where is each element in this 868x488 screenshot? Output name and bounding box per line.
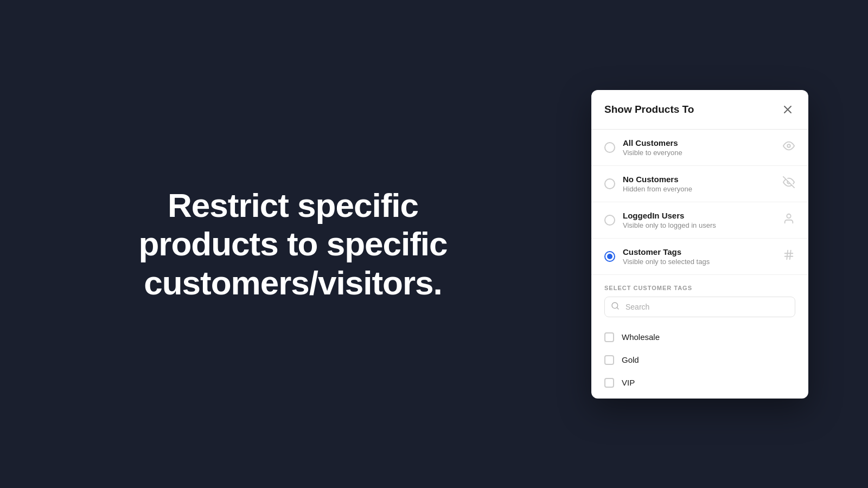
option-all-customers-desc: Visible to everyone [623,149,777,157]
checkbox-vip[interactable] [604,378,614,388]
svg-line-5 [790,251,791,260]
option-tags-desc: Visible only to selected tags [623,258,777,266]
radio-no-customers[interactable] [604,178,615,189]
show-products-modal: Show Products To All Customers Visible t… [591,90,808,399]
tag-row-gold[interactable]: Gold [591,349,808,371]
radio-all-customers[interactable] [604,142,615,153]
search-icon [611,301,620,312]
modal-title: Show Products To [604,104,694,115]
search-wrapper [604,297,795,317]
option-tags-label: Customer Tags [623,247,777,256]
right-panel: Show Products To All Customers Visible t… [586,90,814,399]
user-icon [782,213,795,227]
tag-label-vip: VIP [622,378,635,387]
svg-line-4 [787,251,788,260]
close-icon [783,105,792,114]
search-input[interactable] [604,297,795,317]
option-all-customers[interactable]: All Customers Visible to everyone [591,130,808,166]
left-panel: Restrict specific products to specific c… [0,153,586,335]
option-no-customers[interactable]: No Customers Hidden from everyone [591,166,808,202]
option-loggedin-desc: Visible only to logged in users [623,221,777,229]
radio-loggedin-users[interactable] [604,215,615,226]
eye-off-icon [782,176,795,191]
hero-heading: Restrict specific products to specific c… [138,186,447,302]
eye-icon [782,140,795,155]
option-no-customers-label: No Customers [623,175,777,184]
svg-point-1 [787,214,790,218]
tag-label-gold: Gold [622,355,639,364]
tag-list: Wholesale Gold VIP [591,324,808,399]
option-loggedin-users[interactable]: LoggedIn Users Visible only to logged in… [591,202,808,239]
option-all-customers-text: All Customers Visible to everyone [623,138,777,157]
tag-row-wholesale[interactable]: Wholesale [591,326,808,349]
modal-header: Show Products To [591,90,808,130]
tags-section-label: SELECT CUSTOMER TAGS [591,275,808,297]
modal-body: All Customers Visible to everyone No Cus… [591,130,808,399]
svg-point-0 [787,144,790,147]
option-no-customers-desc: Hidden from everyone [623,185,777,193]
tag-label-wholesale: Wholesale [622,332,660,342]
tag-row-vip[interactable]: VIP [591,371,808,394]
option-all-customers-label: All Customers [623,138,777,147]
option-loggedin-label: LoggedIn Users [623,211,777,220]
option-no-customers-text: No Customers Hidden from everyone [623,175,777,193]
close-button[interactable] [780,102,795,117]
option-loggedin-text: LoggedIn Users Visible only to logged in… [623,211,777,229]
radio-customer-tags[interactable] [604,251,615,262]
option-customer-tags[interactable]: Customer Tags Visible only to selected t… [591,239,808,275]
checkbox-wholesale[interactable] [604,332,614,342]
hash-icon [782,249,795,264]
checkbox-gold[interactable] [604,355,614,365]
option-tags-text: Customer Tags Visible only to selected t… [623,247,777,266]
